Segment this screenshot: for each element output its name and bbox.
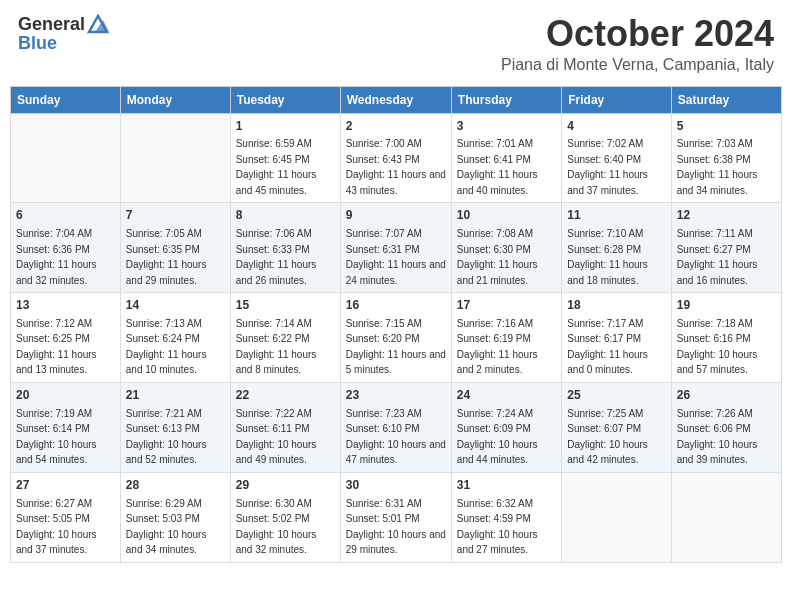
daylight-text: Daylight: 10 hours and 37 minutes. <box>16 529 97 556</box>
daylight-text: Daylight: 11 hours and 5 minutes. <box>346 349 446 376</box>
weekday-header-row: SundayMondayTuesdayWednesdayThursdayFrid… <box>11 86 782 113</box>
calendar-cell: 27Sunrise: 6:27 AMSunset: 5:05 PMDayligh… <box>11 472 121 562</box>
day-number: 21 <box>126 387 225 404</box>
daylight-text: Daylight: 10 hours and 47 minutes. <box>346 439 446 466</box>
day-number: 20 <box>16 387 115 404</box>
sunrise-text: Sunrise: 7:14 AM <box>236 318 312 329</box>
day-number: 28 <box>126 477 225 494</box>
sunrise-text: Sunrise: 6:32 AM <box>457 498 533 509</box>
weekday-header-tuesday: Tuesday <box>230 86 340 113</box>
calendar-cell: 20Sunrise: 7:19 AMSunset: 6:14 PMDayligh… <box>11 382 121 472</box>
sunrise-text: Sunrise: 7:11 AM <box>677 228 753 239</box>
sunset-text: Sunset: 6:43 PM <box>346 154 420 165</box>
sunset-text: Sunset: 5:05 PM <box>16 513 90 524</box>
calendar-cell: 31Sunrise: 6:32 AMSunset: 4:59 PMDayligh… <box>451 472 561 562</box>
sunrise-text: Sunrise: 7:19 AM <box>16 408 92 419</box>
sunrise-text: Sunrise: 7:10 AM <box>567 228 643 239</box>
calendar-cell: 21Sunrise: 7:21 AMSunset: 6:13 PMDayligh… <box>120 382 230 472</box>
sunset-text: Sunset: 6:20 PM <box>346 333 420 344</box>
sunrise-text: Sunrise: 6:59 AM <box>236 138 312 149</box>
day-number: 27 <box>16 477 115 494</box>
daylight-text: Daylight: 11 hours and 45 minutes. <box>236 169 317 196</box>
calendar-week-row: 20Sunrise: 7:19 AMSunset: 6:14 PMDayligh… <box>11 382 782 472</box>
day-number: 6 <box>16 207 115 224</box>
sunset-text: Sunset: 4:59 PM <box>457 513 531 524</box>
weekday-header-wednesday: Wednesday <box>340 86 451 113</box>
sunset-text: Sunset: 6:30 PM <box>457 244 531 255</box>
daylight-text: Daylight: 11 hours and 16 minutes. <box>677 259 758 286</box>
daylight-text: Daylight: 10 hours and 29 minutes. <box>346 529 446 556</box>
daylight-text: Daylight: 10 hours and 54 minutes. <box>16 439 97 466</box>
sunrise-text: Sunrise: 6:29 AM <box>126 498 202 509</box>
calendar-cell <box>120 113 230 203</box>
daylight-text: Daylight: 11 hours and 37 minutes. <box>567 169 648 196</box>
day-number: 29 <box>236 477 335 494</box>
sunset-text: Sunset: 6:41 PM <box>457 154 531 165</box>
calendar-cell: 16Sunrise: 7:15 AMSunset: 6:20 PMDayligh… <box>340 293 451 383</box>
calendar-table: SundayMondayTuesdayWednesdayThursdayFrid… <box>10 86 782 563</box>
sunrise-text: Sunrise: 7:07 AM <box>346 228 422 239</box>
day-number: 19 <box>677 297 776 314</box>
sunset-text: Sunset: 6:17 PM <box>567 333 641 344</box>
calendar-cell: 5Sunrise: 7:03 AMSunset: 6:38 PMDaylight… <box>671 113 781 203</box>
sunrise-text: Sunrise: 7:16 AM <box>457 318 533 329</box>
sunrise-text: Sunrise: 7:15 AM <box>346 318 422 329</box>
calendar-cell: 13Sunrise: 7:12 AMSunset: 6:25 PMDayligh… <box>11 293 121 383</box>
sunrise-text: Sunrise: 6:27 AM <box>16 498 92 509</box>
day-number: 4 <box>567 118 665 135</box>
sunset-text: Sunset: 6:35 PM <box>126 244 200 255</box>
daylight-text: Daylight: 11 hours and 26 minutes. <box>236 259 317 286</box>
calendar-cell: 23Sunrise: 7:23 AMSunset: 6:10 PMDayligh… <box>340 382 451 472</box>
month-title: October 2024 <box>501 14 774 54</box>
calendar-cell: 30Sunrise: 6:31 AMSunset: 5:01 PMDayligh… <box>340 472 451 562</box>
calendar-cell: 14Sunrise: 7:13 AMSunset: 6:24 PMDayligh… <box>120 293 230 383</box>
logo-icon <box>87 14 109 34</box>
sunrise-text: Sunrise: 7:23 AM <box>346 408 422 419</box>
day-number: 23 <box>346 387 446 404</box>
calendar-week-row: 27Sunrise: 6:27 AMSunset: 5:05 PMDayligh… <box>11 472 782 562</box>
sunset-text: Sunset: 6:13 PM <box>126 423 200 434</box>
sunrise-text: Sunrise: 6:31 AM <box>346 498 422 509</box>
calendar-week-row: 13Sunrise: 7:12 AMSunset: 6:25 PMDayligh… <box>11 293 782 383</box>
sunrise-text: Sunrise: 7:12 AM <box>16 318 92 329</box>
sunset-text: Sunset: 6:40 PM <box>567 154 641 165</box>
day-number: 10 <box>457 207 556 224</box>
day-number: 25 <box>567 387 665 404</box>
day-number: 18 <box>567 297 665 314</box>
day-number: 11 <box>567 207 665 224</box>
daylight-text: Daylight: 11 hours and 2 minutes. <box>457 349 538 376</box>
calendar-cell: 29Sunrise: 6:30 AMSunset: 5:02 PMDayligh… <box>230 472 340 562</box>
sunset-text: Sunset: 6:09 PM <box>457 423 531 434</box>
weekday-header-friday: Friday <box>562 86 671 113</box>
day-number: 26 <box>677 387 776 404</box>
sunset-text: Sunset: 6:19 PM <box>457 333 531 344</box>
sunrise-text: Sunrise: 7:25 AM <box>567 408 643 419</box>
daylight-text: Daylight: 11 hours and 13 minutes. <box>16 349 97 376</box>
sunrise-text: Sunrise: 7:17 AM <box>567 318 643 329</box>
sunrise-text: Sunrise: 7:22 AM <box>236 408 312 419</box>
sunset-text: Sunset: 6:33 PM <box>236 244 310 255</box>
daylight-text: Daylight: 10 hours and 49 minutes. <box>236 439 317 466</box>
calendar-cell: 4Sunrise: 7:02 AMSunset: 6:40 PMDaylight… <box>562 113 671 203</box>
calendar-week-row: 6Sunrise: 7:04 AMSunset: 6:36 PMDaylight… <box>11 203 782 293</box>
day-number: 3 <box>457 118 556 135</box>
day-number: 31 <box>457 477 556 494</box>
calendar-cell: 8Sunrise: 7:06 AMSunset: 6:33 PMDaylight… <box>230 203 340 293</box>
calendar-cell: 28Sunrise: 6:29 AMSunset: 5:03 PMDayligh… <box>120 472 230 562</box>
daylight-text: Daylight: 10 hours and 39 minutes. <box>677 439 758 466</box>
day-number: 8 <box>236 207 335 224</box>
calendar-cell: 9Sunrise: 7:07 AMSunset: 6:31 PMDaylight… <box>340 203 451 293</box>
calendar-cell: 25Sunrise: 7:25 AMSunset: 6:07 PMDayligh… <box>562 382 671 472</box>
calendar-cell: 17Sunrise: 7:16 AMSunset: 6:19 PMDayligh… <box>451 293 561 383</box>
weekday-header-saturday: Saturday <box>671 86 781 113</box>
day-number: 7 <box>126 207 225 224</box>
day-number: 14 <box>126 297 225 314</box>
calendar-cell: 19Sunrise: 7:18 AMSunset: 6:16 PMDayligh… <box>671 293 781 383</box>
calendar-cell: 10Sunrise: 7:08 AMSunset: 6:30 PMDayligh… <box>451 203 561 293</box>
sunset-text: Sunset: 5:02 PM <box>236 513 310 524</box>
svg-marker-1 <box>95 20 109 32</box>
weekday-header-sunday: Sunday <box>11 86 121 113</box>
daylight-text: Daylight: 11 hours and 0 minutes. <box>567 349 648 376</box>
calendar-cell: 26Sunrise: 7:26 AMSunset: 6:06 PMDayligh… <box>671 382 781 472</box>
sunrise-text: Sunrise: 7:13 AM <box>126 318 202 329</box>
